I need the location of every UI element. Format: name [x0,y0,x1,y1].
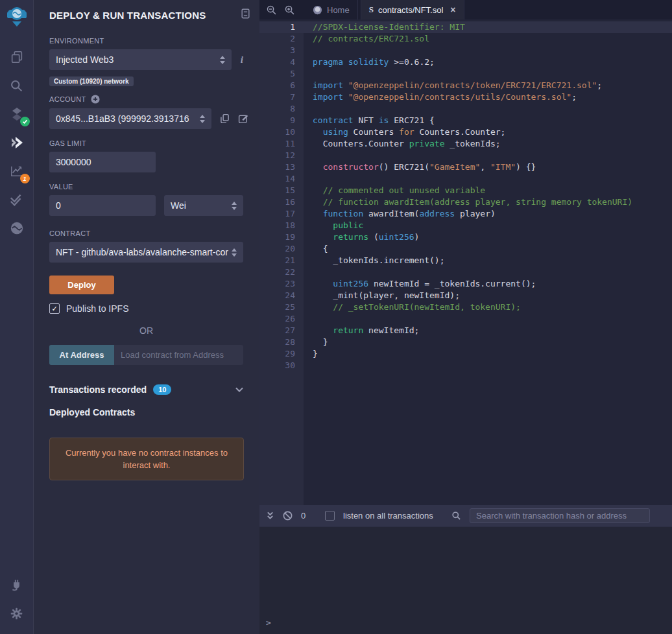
code-line[interactable]: // _setTokenURI(newItemId, tokenURI); [304,301,672,313]
code-line[interactable] [304,103,672,115]
code-line[interactable] [304,150,672,161]
code-line[interactable]: pragma solidity >=0.6.2; [304,56,672,68]
contract-select[interactable]: NFT - github/ava-labs/avalanche-smart-co… [49,242,243,263]
editor-gutter: 1234567891011121314151617181920212223242… [259,21,304,505]
remix-logo-icon[interactable] [4,4,30,31]
solidity-compiler-icon[interactable] [5,104,29,124]
settings-gear-icon[interactable] [5,604,29,623]
line-number: 23 [259,278,304,290]
code-line[interactable] [304,360,672,371]
copy-account-icon[interactable] [220,113,230,124]
at-address-input[interactable] [114,345,243,365]
code-line[interactable]: _tokenIds.increment(); [304,255,672,266]
code-line[interactable] [304,45,672,56]
line-number: 4 [259,56,304,68]
analysis-icon[interactable]: 1 [5,161,29,181]
code-line[interactable] [304,173,672,185]
check-icon: ✓ [51,305,57,313]
terminal-toolbar: 0 listen on all transactions [259,505,672,526]
code-line[interactable]: { [304,243,672,255]
code-line[interactable]: // function awardItem(address player, st… [304,196,672,208]
line-number: 30 [259,360,304,371]
code-line[interactable]: import "@openzeppelin/contracts/utils/Co… [304,91,672,103]
code-line[interactable]: Counters.Counter private _tokenIds; [304,138,672,150]
listen-transactions-label: listen on all transactions [343,511,433,521]
line-number: 6 [259,80,304,91]
environment-label: ENVIRONMENT [49,37,243,45]
terminal-search-input[interactable] [470,508,650,523]
transactions-recorded-row[interactable]: Transactions recorded 10 [49,384,243,395]
zoom-out-icon[interactable] [262,0,280,19]
code-editor[interactable]: 1234567891011121314151617181920212223242… [259,19,672,505]
home-logo-icon [313,5,322,15]
add-account-icon[interactable] [91,95,100,104]
code-line[interactable]: using Counters for Counters.Counter; [304,126,672,138]
value-unit-select[interactable]: Wei [164,195,243,216]
code-line[interactable]: contract NFT is ERC721 { [304,115,672,126]
code-line[interactable]: import "@openzeppelin/contracts/token/ER… [304,80,672,91]
account-select[interactable]: 0x845...B1aB3 (999992.3913716 [49,108,211,129]
code-line[interactable]: constructor() ERC721("GameItem", "ITM") … [304,161,672,173]
line-number: 3 [259,45,304,56]
edit-account-icon[interactable] [238,113,248,124]
line-number: 7 [259,91,304,103]
code-line[interactable]: function awardItem(address player) [304,208,672,220]
line-number: 15 [259,185,304,196]
line-number: 26 [259,313,304,325]
line-number: 12 [259,150,304,161]
analysis-count-badge: 1 [20,174,30,183]
tab-home[interactable]: Home [305,0,358,19]
icon-sidebar: 1 [0,0,34,634]
value-unit: Wei [171,200,228,211]
environment-select[interactable]: Injected Web3 [49,49,232,70]
collapse-terminal-icon[interactable] [266,511,274,520]
documentation-icon[interactable] [241,8,250,21]
line-number: 2 [259,33,304,45]
code-line[interactable] [304,313,672,325]
clear-console-icon[interactable] [283,511,293,521]
gas-limit-input[interactable] [49,152,156,172]
code-line[interactable]: return newItemId; [304,325,672,336]
value-input[interactable] [49,195,156,216]
code-line[interactable]: //SPDX-License-Identifier: MIT [304,21,672,33]
code-line[interactable]: // contracts/ERC721.sol [304,33,672,45]
line-number: 22 [259,266,304,278]
line-number: 8 [259,103,304,115]
plugin-manager-icon[interactable] [5,575,29,594]
close-tab-icon[interactable]: × [450,5,455,15]
publish-ipfs-checkbox[interactable]: ✓ [49,303,60,314]
code-line[interactable]: } [304,348,672,360]
file-explorer-icon[interactable] [5,47,29,67]
line-number: 13 [259,161,304,173]
code-line[interactable]: } [304,336,672,348]
code-line[interactable]: public [304,220,672,231]
unit-testing-icon[interactable] [5,190,29,209]
search-icon[interactable] [5,76,29,95]
transactions-recorded-label: Transactions recorded [49,384,147,395]
deploy-run-icon[interactable] [5,133,29,152]
contract-value: NFT - github/ava-labs/avalanche-smart-co… [56,247,235,257]
code-line[interactable] [304,266,672,278]
code-line[interactable]: _mint(player, newItemId); [304,290,672,301]
environment-info-icon[interactable]: i [241,54,243,65]
code-line[interactable]: // commented out unused variable [304,185,672,196]
value-label: VALUE [49,183,243,191]
at-address-button[interactable]: At Address [49,345,114,365]
line-number: 11 [259,138,304,150]
transactions-count-badge: 10 [153,384,171,395]
code-line[interactable]: returns (uint256) [304,231,672,243]
code-line[interactable] [304,68,672,80]
tab-nft-sol[interactable]: S contracts/NFT.sol × [361,0,464,19]
or-divider: OR [49,325,243,336]
terminal[interactable]: > [259,526,672,634]
zoom-in-icon[interactable] [280,0,298,19]
publish-ipfs-label: Publish to IPFS [66,303,129,314]
code-line[interactable]: uint256 newItemId = _tokenIds.current(); [304,278,672,290]
sourcify-plugin-icon[interactable] [5,218,29,238]
listen-transactions-checkbox[interactable] [325,511,335,521]
chevron-down-icon[interactable] [235,387,243,392]
select-arrows-icon [232,248,237,257]
tab-bar: Home S contracts/NFT.sol × [259,0,672,19]
deploy-panel: DEPLOY & RUN TRANSACTIONS ENVIRONMENT In… [34,0,259,634]
deploy-button[interactable]: Deploy [49,276,114,294]
